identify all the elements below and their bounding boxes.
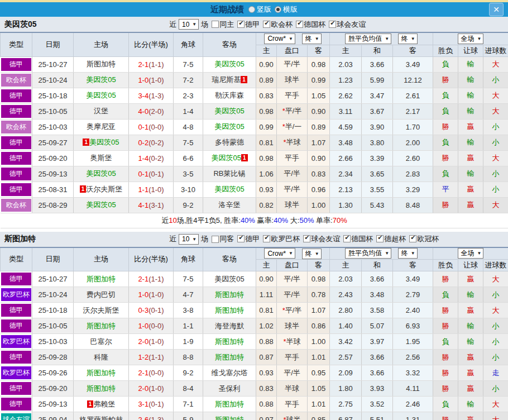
bookmaker-select[interactable]: Crow*▼ bbox=[264, 34, 295, 44]
odds-home-cell: 0.83 bbox=[256, 381, 277, 397]
date-cell: 25-09-13 bbox=[32, 397, 74, 412]
away-team-cell: 多特蒙德 bbox=[203, 135, 256, 150]
col-header-result-handicap: 让球 bbox=[458, 45, 483, 56]
fulltime-select[interactable]: 全场▼ bbox=[458, 248, 484, 259]
odds-away-cell: 0.96 bbox=[308, 182, 330, 197]
odds-away-cell: 1.05 bbox=[308, 88, 330, 103]
odds-home-cell: 0.93 bbox=[256, 365, 277, 381]
league-checkbox[interactable] bbox=[263, 21, 270, 28]
fulltime-score: 3-4 bbox=[138, 92, 148, 100]
result-goals-cell: 小 bbox=[483, 350, 508, 365]
near-count-select[interactable]: 10▼ bbox=[179, 234, 199, 245]
league-checkbox[interactable] bbox=[237, 235, 245, 242]
home-team-cell: 费内巴切 bbox=[74, 287, 129, 303]
fulltime-select[interactable]: 全场▼ bbox=[458, 34, 484, 44]
col-header-date: 日期 bbox=[32, 247, 74, 271]
corners-cell: 9-2 bbox=[174, 197, 203, 213]
match-row: 德甲25-10-27斯图加特2-1(1-1)7-5美因茨050.90平/半0.9… bbox=[1, 271, 508, 287]
result-handicap-cell: 贏 bbox=[458, 271, 483, 287]
halftime-score: (1-0) bbox=[148, 384, 164, 393]
avg-draw-cell: 5.99 bbox=[362, 72, 393, 88]
team-label: 科隆 bbox=[94, 353, 108, 361]
summary-part: 赢率: bbox=[255, 216, 274, 225]
avg-home-cell: 2.66 bbox=[330, 150, 362, 166]
odds-away-cell: 1.07 bbox=[308, 303, 330, 318]
col-header-type: 类型 bbox=[1, 32, 32, 56]
type-cell: 德甲 bbox=[1, 318, 32, 334]
odds-time-select[interactable]: 终▼ bbox=[302, 34, 322, 44]
fulltime-score: 2-0 bbox=[138, 337, 148, 346]
date-cell: 25-09-27 bbox=[32, 135, 74, 150]
league-checkbox[interactable] bbox=[303, 235, 310, 242]
avg-home-cell: 4.59 bbox=[330, 119, 362, 135]
result-wdl-cell: 負 bbox=[433, 287, 458, 303]
odds-handicap-cell: *半球 bbox=[277, 334, 308, 350]
result-handicap-cell: 輸 bbox=[458, 135, 483, 150]
fulltime-score: 1-4 bbox=[138, 154, 148, 163]
corners-cell: 7-5 bbox=[174, 135, 203, 150]
match-row: 欧会杯25-10-03奥摩尼亚0-1(0-0)4-8美因茨050.99*半/一0… bbox=[1, 119, 508, 135]
team-label: 美因茨05 bbox=[86, 201, 116, 209]
odds-away-cell: 1.05 bbox=[308, 381, 330, 397]
league-checkbox[interactable] bbox=[296, 21, 303, 28]
team-label: 圣保利 bbox=[219, 384, 241, 393]
avg-away-cell: 1.70 bbox=[393, 119, 433, 135]
layout-horizontal-radio[interactable] bbox=[275, 6, 281, 13]
avg-draw-cell: 3.65 bbox=[362, 166, 393, 182]
corners-cell: 3-8 bbox=[174, 303, 203, 318]
close-button[interactable]: ✕ bbox=[489, 3, 504, 16]
league-checkbox[interactable] bbox=[376, 235, 384, 242]
team-label: 巴塞尔 bbox=[90, 337, 112, 346]
avg-select[interactable]: 胜平负均值▼ bbox=[345, 34, 391, 44]
odds-handicap-cell: 平/半 bbox=[277, 56, 308, 72]
halftime-score: (1-0) bbox=[148, 185, 164, 194]
team-label: 斯图加特 bbox=[87, 369, 116, 377]
team-label: 弗赖堡 bbox=[93, 400, 115, 408]
layout-vertical-radio[interactable] bbox=[248, 6, 255, 13]
match-row: 德甲25-09-20斯图加特2-0(1-0)8-4圣保利0.83半球1.051.… bbox=[1, 381, 508, 397]
fulltime-score: 0-1 bbox=[138, 123, 148, 131]
near-count-select[interactable]: 10▼ bbox=[179, 19, 199, 30]
col-header-odds-home: 主 bbox=[256, 260, 277, 271]
same-venue-checkbox[interactable] bbox=[212, 236, 219, 243]
competition-badge: 德甲 bbox=[1, 136, 32, 149]
panel-title: 近期战绩 bbox=[210, 4, 244, 15]
odds-group-header: Crow*▼ 终▼ bbox=[256, 32, 330, 45]
bookmaker-select[interactable]: Crow*▼ bbox=[264, 248, 295, 259]
halftime-score: (0-1) bbox=[148, 306, 164, 314]
chevron-down-icon: ▼ bbox=[411, 36, 415, 41]
col-header-date: 日期 bbox=[32, 32, 74, 56]
odds-away-cell: 0.99 bbox=[308, 72, 330, 88]
result-goals-cell: 小 bbox=[483, 166, 508, 182]
same-venue-checkbox[interactable] bbox=[212, 21, 219, 28]
corners-cell: 2-3 bbox=[174, 88, 203, 103]
col-header-odds-handicap: 盘口 bbox=[277, 260, 308, 271]
avg-select[interactable]: 胜平负均值▼ bbox=[345, 248, 391, 259]
type-cell: 德甲 bbox=[1, 350, 32, 365]
league-checkbox[interactable] bbox=[409, 235, 416, 242]
corners-cell: 3-10 bbox=[174, 182, 203, 197]
chevron-down-icon: ▼ bbox=[385, 36, 389, 41]
halftime-score: (0-0) bbox=[148, 123, 164, 131]
result-group-header: 全场▼ bbox=[433, 32, 508, 45]
fulltime-score: 2-0 bbox=[138, 384, 148, 393]
odds-home-cell: 1.02 bbox=[256, 318, 277, 334]
avg-time-select[interactable]: 终▼ bbox=[398, 248, 418, 259]
avg-time-select[interactable]: 终▼ bbox=[398, 34, 418, 44]
match-row: 欧会杯25-10-24美因茨051-0(1-0)7-2瑞尼斯基10.89球半0.… bbox=[1, 72, 508, 88]
avg-home-cell: 2.43 bbox=[330, 287, 362, 303]
date-cell: 25-08-29 bbox=[32, 197, 74, 213]
date-cell: 25-10-05 bbox=[32, 103, 74, 119]
league-checkbox[interactable] bbox=[263, 235, 270, 242]
date-cell: 25-10-03 bbox=[32, 119, 74, 135]
games-label: 场 bbox=[201, 234, 208, 244]
league-checkbox[interactable] bbox=[329, 21, 336, 28]
competition-badge: 德甲 bbox=[1, 183, 32, 196]
home-team-cell: 沃尔夫斯堡 bbox=[74, 303, 129, 318]
league-checkbox[interactable] bbox=[237, 21, 245, 28]
halftime-score: (0-2) bbox=[148, 139, 164, 147]
odds-time-select[interactable]: 终▼ bbox=[302, 249, 322, 259]
star-mark: * bbox=[283, 337, 286, 346]
avg-group-header: 胜平负均值▼ 终▼ bbox=[330, 247, 433, 260]
league-checkbox[interactable] bbox=[343, 235, 351, 242]
